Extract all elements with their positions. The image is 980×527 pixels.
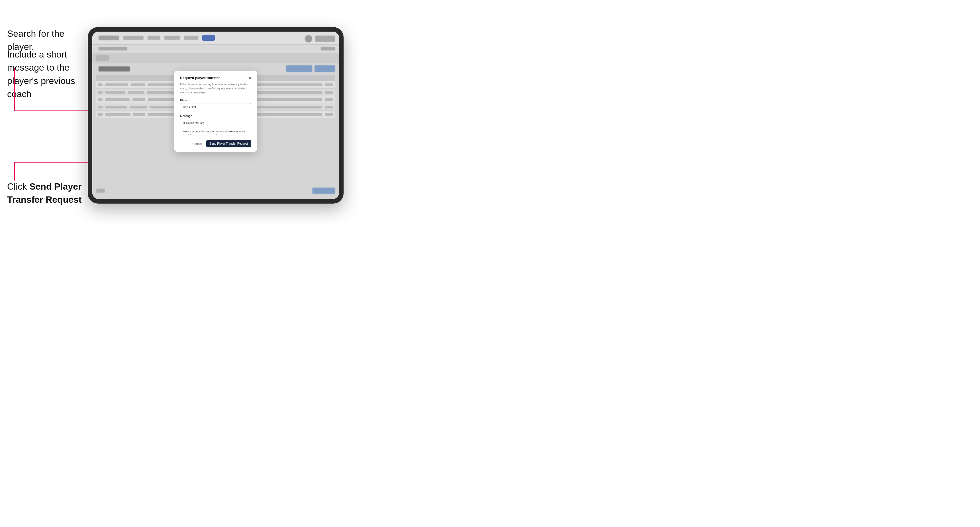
player-label: Player [180, 98, 251, 102]
modal-footer: Cancel Send Player Transfer Request [180, 140, 251, 147]
modal-dialog: Request player transfer × If the player … [174, 71, 257, 152]
annotation-message: Include a short message to the player's … [7, 48, 83, 101]
modal-title: Request player transfer [180, 76, 220, 80]
annotation-click-prefix: Click [7, 181, 29, 192]
message-form-group: Message Hi Coach McHarg, Please accept t… [180, 114, 251, 137]
cancel-button[interactable]: Cancel [191, 141, 204, 147]
message-label: Message [180, 114, 251, 117]
modal-close-button[interactable]: × [249, 76, 251, 80]
modal-header: Request player transfer × [180, 76, 251, 80]
message-textarea[interactable]: Hi Coach McHarg, Please accept this tran… [180, 119, 251, 135]
player-input[interactable] [180, 103, 251, 111]
modal-description: If the player is transferring from anoth… [180, 82, 251, 95]
player-form-group: Player [180, 98, 251, 111]
send-transfer-request-button[interactable]: Send Player Transfer Request [206, 140, 251, 147]
tablet-frame: Request player transfer × If the player … [88, 27, 344, 203]
annotation-click: Click Send Player Transfer Request [7, 180, 83, 206]
tablet-screen: Request player transfer × If the player … [92, 32, 339, 199]
